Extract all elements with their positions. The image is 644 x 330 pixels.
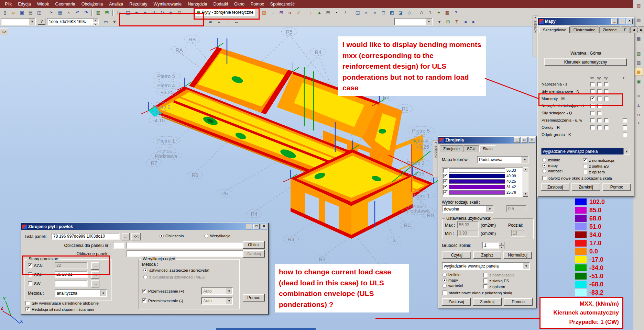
plyty-titlebar[interactable]: Zbrojenie płyt i powłok _ □ × <box>21 223 268 230</box>
spin-up-icon[interactable]: ▲ <box>93 19 98 22</box>
lista-paneli-input[interactable] <box>52 233 120 240</box>
menu-item-analiza[interactable]: Analiza <box>106 1 126 8</box>
wartosci-radio[interactable]: wartości <box>443 284 463 288</box>
characteristic-points-icon[interactable]: : <box>223 18 232 26</box>
collapse-left-icon[interactable]: ◄ <box>434 141 437 144</box>
przemieszczenie-minus-checkbox[interactable]: Przemieszczenie (-) <box>142 298 183 303</box>
case-next-icon[interactable]: ► <box>470 18 478 26</box>
load-case-combo[interactable]: ▼ <box>394 18 433 25</box>
pomoc-button[interactable]: Pomoc <box>243 294 265 301</box>
zastosuj-button[interactable]: Zastosuj <box>442 298 471 306</box>
delete-icon[interactable]: × <box>65 9 73 16</box>
rodzaj-skali-combo[interactable]: dowolna▼ <box>442 205 493 213</box>
tab-skala[interactable]: Skala <box>479 145 496 152</box>
view-3d-icon[interactable]: ◈ <box>167 9 175 16</box>
map-check-yy[interactable] <box>597 111 602 115</box>
z-normalizacja-checkbox[interactable]: z normalizacją <box>583 158 614 162</box>
supports-icon[interactable]: ▲ <box>315 9 324 16</box>
maximize-icon[interactable]: □ <box>619 19 625 24</box>
weryfikacja-radio[interactable]: Weryfikacja <box>204 234 230 238</box>
z-opisem-checkbox[interactable]: z opisem <box>583 170 614 174</box>
zoom-previous-icon[interactable]: « <box>362 9 370 16</box>
przem-plus-combo[interactable]: Auto▼ <box>201 287 233 295</box>
zapisz-button[interactable]: Zapisz <box>473 251 502 259</box>
scale-row-checkbox[interactable] <box>443 174 448 178</box>
maps-panel-icon[interactable]: ▩ <box>635 68 643 76</box>
map-check-xx[interactable] <box>590 104 595 108</box>
menu-item-geometria[interactable]: Geometria <box>52 1 78 8</box>
map-check-yy[interactable] <box>597 125 602 130</box>
menu-item-dodatki[interactable]: Dodatki <box>211 1 231 8</box>
z-siatka-checkbox[interactable]: z siatką ES <box>583 164 614 168</box>
copy-icon[interactable]: ▦ <box>56 9 64 16</box>
edit-panel-icon[interactable]: ▰ <box>206 18 215 26</box>
sgu-field[interactable]: 25 28 31 <box>55 271 88 278</box>
metoda-combo[interactable]: analityczna▼ <box>55 289 107 297</box>
map-check-xy[interactable] <box>604 118 609 123</box>
sw-more-button[interactable]: ... <box>91 280 99 287</box>
properties-icon[interactable]: ≡ <box>215 18 223 26</box>
panel-cuts-icon[interactable]: ⊟ <box>277 9 285 16</box>
menu-item-pomoc[interactable]: Pomoc <box>248 1 267 8</box>
przemieszczenie-plus-checkbox[interactable]: Przemieszczenie (+) <box>142 289 184 293</box>
notes-panel-icon[interactable]: ≡ <box>635 92 643 100</box>
scale-row[interactable]: 49.09 <box>443 173 522 179</box>
sw-field[interactable] <box>55 280 88 287</box>
chevron-down-icon[interactable]: ▼ <box>100 290 106 296</box>
menu-item-okno[interactable]: Okno <box>231 1 247 8</box>
sw-checkbox[interactable]: SW <box>28 281 41 286</box>
selection-help-button[interactable]: ? <box>38 18 45 25</box>
close-icon[interactable]: × <box>261 224 267 229</box>
menu-item-wymiarowanie[interactable]: Wymiarowanie <box>151 1 184 8</box>
layers-panel-icon[interactable]: ▦ <box>635 35 643 43</box>
pomoc-button[interactable]: Pomoc <box>602 183 631 191</box>
close-icon[interactable]: × <box>626 19 633 24</box>
scale-row[interactable]: 55.33 <box>443 168 522 173</box>
print-icon[interactable]: ▤ <box>26 9 35 16</box>
tab-zbrojenie[interactable]: Zbrojenie <box>440 145 463 152</box>
menu-item-rezultaty[interactable]: Rezultaty <box>127 1 150 8</box>
axonometric-view-icon[interactable]: ◇ <box>405 9 413 16</box>
view-manager-icon[interactable]: ▥ <box>94 9 102 16</box>
open-folder-icon[interactable]: ▱ <box>9 9 18 16</box>
sgn-more-button[interactable]: ... <box>91 262 99 270</box>
max-field[interactable]: 55.33 <box>457 221 479 228</box>
tab-ekstremalne[interactable]: Ekstremalne <box>570 26 599 33</box>
undo-icon[interactable]: ↶ <box>73 9 81 16</box>
zoom-all-icon[interactable]: ◱ <box>353 9 362 16</box>
map-check-yy[interactable] <box>597 96 602 101</box>
inspector-panel-icon[interactable]: ▤ <box>635 1 643 9</box>
map-check-z[interactable] <box>623 125 627 130</box>
object-selection-combo[interactable]: ▼ <box>1 18 36 25</box>
measure-icon[interactable]: ↔ <box>232 18 240 26</box>
scale-row-checkbox[interactable] <box>443 179 448 184</box>
chevron-down-icon[interactable]: ▼ <box>523 263 529 269</box>
tab-scroll-left-icon[interactable]: ◄ <box>630 26 637 33</box>
minimize-icon[interactable]: _ <box>514 137 520 143</box>
sily-usrednione-checkbox[interactable]: Siły wymiarujące uśrednione globalnie <box>25 301 99 305</box>
podzial-field[interactable]: 13 <box>511 230 525 237</box>
z-opisem-checkbox[interactable]: z opisem <box>483 284 515 289</box>
grubosc-field[interactable]: 1 <box>482 242 499 249</box>
scale-row[interactable]: 31.42 <box>443 184 522 190</box>
map-check-xx[interactable] <box>590 89 595 94</box>
chevron-down-icon[interactable]: ▼ <box>426 19 432 25</box>
view-xy-icon[interactable]: ◻ <box>379 9 388 16</box>
menu-item-edycja[interactable]: Edycja <box>15 1 34 8</box>
calc-panel-icon[interactable]: Σ <box>635 101 643 109</box>
tab-f[interactable]: F <box>621 26 630 33</box>
chevron-down-icon[interactable]: ▼ <box>226 298 232 304</box>
attributes-icon[interactable]: A <box>417 9 426 16</box>
diagrams-icon[interactable]: ≈ <box>269 9 277 16</box>
izolinie-radio[interactable]: izolinie <box>542 158 563 162</box>
view-xz-icon[interactable]: ◩ <box>388 9 396 16</box>
views-panel-icon[interactable]: ▧ <box>635 49 643 57</box>
mapy-radio[interactable]: mapy <box>443 278 463 282</box>
cut-icon[interactable]: ✂ <box>47 9 56 16</box>
object-filter-icon[interactable]: ▼ <box>110 18 119 26</box>
case-list-icon[interactable]: ▾ <box>435 18 444 26</box>
czytaj-button[interactable]: Czytaj <box>443 251 471 259</box>
reinforcement-maps-icon[interactable]: # <box>294 9 303 16</box>
scroll-down-icon[interactable]: ▼ <box>523 192 528 197</box>
mapy-radio[interactable]: mapy <box>542 163 563 168</box>
